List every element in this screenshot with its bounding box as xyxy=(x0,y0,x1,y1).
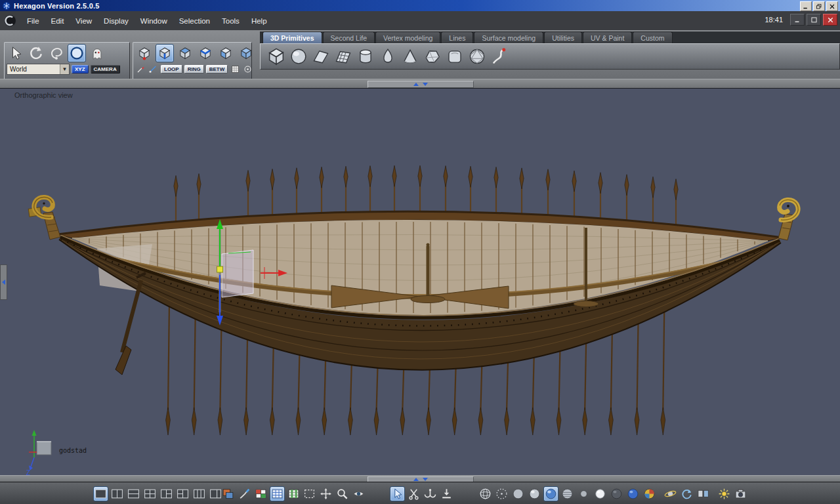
flat-sphere-icon[interactable] xyxy=(511,486,526,501)
layout-quad-icon[interactable] xyxy=(142,486,158,501)
layout-2-1-icon[interactable] xyxy=(175,486,190,501)
bottom-toolbar xyxy=(0,482,840,504)
layout-single-icon[interactable] xyxy=(93,486,108,501)
multi-sphere-icon[interactable] xyxy=(642,486,657,501)
brush-icon[interactable] xyxy=(237,486,252,501)
menu-view[interactable]: View xyxy=(70,12,98,30)
layout-split-v-icon[interactable] xyxy=(126,486,141,501)
smooth-sphere-icon[interactable] xyxy=(527,486,542,501)
pan-icon[interactable] xyxy=(318,486,333,501)
orbit-icon[interactable] xyxy=(663,486,678,501)
wireframe-sphere-icon[interactable] xyxy=(478,486,493,501)
rotate-tool-icon[interactable] xyxy=(27,44,45,62)
sun-icon[interactable] xyxy=(717,486,732,501)
world-space-dropdown[interactable]: World ▼ xyxy=(7,64,70,75)
sphere-primitive-icon[interactable] xyxy=(288,46,309,67)
tab-custom[interactable]: Custom xyxy=(633,32,672,43)
hook-icon[interactable] xyxy=(423,486,438,501)
cube-points-icon[interactable] xyxy=(135,44,154,62)
dark-sphere-icon[interactable] xyxy=(609,486,624,501)
palette-icon[interactable] xyxy=(220,486,236,501)
circle-select-icon[interactable] xyxy=(68,44,86,62)
tab-second-life[interactable]: Second Life xyxy=(323,32,375,43)
cylinder-primitive-icon[interactable] xyxy=(355,46,376,67)
render-camera-icon[interactable] xyxy=(733,486,748,501)
mdi-minimize-button[interactable] xyxy=(790,14,805,26)
mini-tools-left xyxy=(135,64,159,75)
rounded-cube-primitive-icon[interactable] xyxy=(444,46,465,67)
lasso-tool-icon[interactable] xyxy=(47,44,66,62)
oloid-primitive-icon[interactable] xyxy=(377,46,398,67)
uv-grid-icon[interactable] xyxy=(270,486,285,501)
facet-primitive-icon[interactable] xyxy=(310,46,331,67)
tab-vertex-modeling[interactable]: Vertex modeling xyxy=(375,32,440,43)
tab-surface-modeling[interactable]: Surface modeling xyxy=(474,32,543,43)
small-sphere-icon[interactable] xyxy=(576,486,591,501)
layout-3col-icon[interactable] xyxy=(192,486,207,501)
mini-mark-icon[interactable] xyxy=(148,64,159,75)
pointer-icon[interactable] xyxy=(390,486,405,501)
white-sphere-icon[interactable] xyxy=(593,486,608,501)
mini-grid-icon[interactable] xyxy=(230,64,241,75)
cube-edges-icon[interactable] xyxy=(156,44,174,62)
eye-icon[interactable] xyxy=(351,486,366,501)
cube-primitive-icon[interactable] xyxy=(266,46,287,67)
between-button[interactable]: BETW xyxy=(206,65,228,74)
refresh-icon[interactable] xyxy=(679,486,694,501)
ring-button[interactable]: RING xyxy=(184,65,204,74)
snip-icon[interactable] xyxy=(406,486,421,501)
menu-items: FileEditViewDisplayWindowSelectionToolsH… xyxy=(21,12,273,30)
blue-sphere-icon[interactable] xyxy=(625,486,640,501)
window-title: Hexagon Version 2.5.0.5 xyxy=(14,2,100,10)
zoom-icon[interactable] xyxy=(335,486,350,501)
rgb-grid-icon[interactable] xyxy=(253,486,268,501)
cube-object-icon[interactable] xyxy=(237,44,255,62)
spline-primitive-icon[interactable] xyxy=(489,46,510,67)
layout-split-h-icon[interactable] xyxy=(110,486,125,501)
menu-selection[interactable]: Selection xyxy=(173,12,216,30)
cone-primitive-icon[interactable] xyxy=(400,46,421,67)
dropdown-arrow-icon[interactable]: ▼ xyxy=(60,64,69,74)
tab-3d-primitives[interactable]: 3D Primitives xyxy=(262,32,322,43)
cube-faces-icon[interactable] xyxy=(176,44,194,62)
layout-1-2-icon[interactable] xyxy=(159,486,174,501)
ghost-tool-icon[interactable] xyxy=(88,44,106,62)
menu-window[interactable]: Window xyxy=(135,12,173,30)
menu-help[interactable]: Help xyxy=(245,12,273,30)
left-splitter-handle[interactable] xyxy=(0,264,7,300)
tab-utilities[interactable]: Utilities xyxy=(544,32,582,43)
textured-sphere-icon[interactable] xyxy=(560,486,575,501)
dual-view-icon[interactable] xyxy=(696,486,711,501)
menu-edit[interactable]: Edit xyxy=(45,12,70,30)
tab-lines[interactable]: Lines xyxy=(441,32,473,43)
mdi-close-button[interactable] xyxy=(823,14,837,26)
minimize-window-button[interactable] xyxy=(800,1,812,11)
viewport-canvas[interactable] xyxy=(0,89,840,476)
restore-window-button[interactable] xyxy=(813,1,825,11)
cube-selection-row xyxy=(133,43,251,64)
menu-display[interactable]: Display xyxy=(98,12,135,30)
close-window-button[interactable] xyxy=(826,1,838,11)
mini-pencil-icon[interactable] xyxy=(135,64,146,75)
cube-edge-loop-icon[interactable] xyxy=(196,44,215,62)
top-splitter-handle[interactable] xyxy=(368,81,474,88)
menu-file[interactable]: File xyxy=(21,12,45,30)
drop-icon[interactable] xyxy=(439,486,454,501)
shaded-sphere-icon[interactable] xyxy=(543,486,558,501)
mdi-maximize-button[interactable] xyxy=(807,14,821,26)
loop-button[interactable]: LOOP xyxy=(161,65,182,74)
menu-tools[interactable]: Tools xyxy=(216,12,245,30)
mini-target-icon[interactable] xyxy=(242,64,253,75)
viewport-3d[interactable]: Orthographic view Z godstad xyxy=(0,88,840,476)
cube-face-select-icon[interactable] xyxy=(217,44,235,62)
dotted-sphere-icon[interactable] xyxy=(494,486,509,501)
camera-toggle-button[interactable]: CAMERA xyxy=(91,65,120,74)
xyz-toggle-button[interactable]: XYZ xyxy=(72,65,89,74)
tab-uv-paint[interactable]: UV & Paint xyxy=(583,32,632,43)
grid-primitive-icon[interactable] xyxy=(333,46,354,67)
geodesic-primitive-icon[interactable] xyxy=(467,46,488,67)
polygon-primitive-icon[interactable] xyxy=(422,46,443,67)
marquee-icon[interactable] xyxy=(302,486,317,501)
select-arrow-icon[interactable] xyxy=(7,44,25,62)
green-grid-icon[interactable] xyxy=(286,486,301,501)
